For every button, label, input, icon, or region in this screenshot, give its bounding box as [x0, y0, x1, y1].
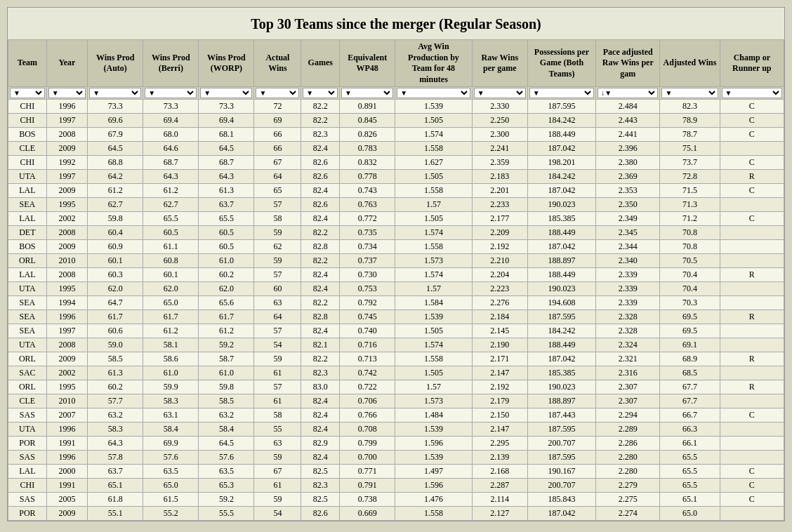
- filter-pace-select[interactable]: ↓▼: [598, 88, 658, 98]
- table-cell: 59.8: [88, 212, 143, 226]
- filter-games-select[interactable]: ▼: [303, 88, 338, 98]
- table-cell: 185.385: [527, 366, 595, 380]
- table-cell: 69.1: [660, 338, 720, 352]
- table-cell: 0.734: [340, 240, 395, 254]
- table-cell: 63.2: [88, 408, 143, 423]
- filter-poss[interactable]: ▼: [527, 87, 595, 100]
- filter-team[interactable]: ▼: [8, 87, 47, 100]
- table-cell: 2.295: [472, 437, 527, 451]
- header-row: Team Year Wins Prod (Auto) Wins Prod (Be…: [8, 40, 784, 87]
- table-cell: 62.7: [88, 198, 143, 212]
- table-cell: 1997: [46, 170, 87, 184]
- filter-rawwins[interactable]: ▼: [472, 87, 527, 100]
- filter-poss-select[interactable]: ▼: [529, 88, 594, 98]
- table-row: CHI199165.165.065.36182.30.7911.5962.287…: [8, 479, 784, 493]
- table-cell: 59: [254, 493, 301, 507]
- table-cell: 64.3: [88, 437, 143, 451]
- table-cell: 1.574: [395, 338, 473, 352]
- table-cell: 57.7: [88, 394, 143, 408]
- table-cell: 1.574: [395, 268, 473, 282]
- filter-avgwin[interactable]: ▼: [395, 87, 473, 100]
- table-cell: 1.574: [395, 128, 473, 142]
- table-row: POR199164.369.964.56382.90.7991.5962.295…: [8, 437, 784, 451]
- table-cell: 82.3: [301, 128, 340, 142]
- table-cell: 82.4: [301, 282, 340, 296]
- table-cell: 78.7: [660, 128, 720, 142]
- filter-wprod-worp[interactable]: ▼: [199, 87, 254, 100]
- filter-champ-select[interactable]: ▼: [722, 88, 782, 98]
- col-header-wins-prod-auto: Wins Prod (Auto): [88, 40, 143, 87]
- filter-avgwin-select[interactable]: ▼: [397, 88, 470, 98]
- table-cell: 64.7: [88, 296, 143, 310]
- table-cell: 65.6: [199, 296, 254, 310]
- col-header-team: Team: [8, 40, 47, 87]
- table-cell: 2005: [46, 493, 87, 507]
- table-cell: [720, 226, 784, 240]
- filter-wprod-worp-select[interactable]: ▼: [200, 88, 252, 98]
- table-cell: 1996: [46, 310, 87, 324]
- filter-champ[interactable]: ▼: [720, 87, 784, 100]
- table-cell: C: [720, 100, 784, 114]
- table-cell: 2.192: [472, 380, 527, 394]
- table-cell: SEA: [8, 324, 47, 338]
- filter-wprod-auto[interactable]: ▼: [88, 87, 143, 100]
- table-cell: 0.738: [340, 493, 395, 507]
- table-cell: 0.791: [340, 479, 395, 493]
- filter-wprod-berri-select[interactable]: ▼: [145, 88, 197, 98]
- table-cell: 185.385: [527, 212, 595, 226]
- table-cell: 0.708: [340, 423, 395, 437]
- table-cell: 57: [254, 380, 301, 394]
- table-cell: C: [720, 114, 784, 128]
- col-header-wins-prod-berri: Wins Prod (Berri): [143, 40, 199, 87]
- table-cell: 70.4: [660, 282, 720, 296]
- table-cell: R: [720, 380, 784, 394]
- table-cell: ORL: [8, 380, 47, 394]
- filter-year-select[interactable]: ▼: [48, 88, 86, 98]
- table-cell: SAS: [8, 451, 47, 465]
- table-cell: C: [720, 479, 784, 493]
- filter-adjwins[interactable]: ▼: [660, 87, 720, 100]
- table-cell: 1.505: [395, 324, 473, 338]
- table-cell: 187.042: [527, 184, 595, 198]
- table-cell: 58.3: [88, 423, 143, 437]
- col-header-games: Games: [301, 40, 340, 87]
- table-cell: 57.6: [143, 451, 199, 465]
- filter-pace[interactable]: ↓▼: [596, 87, 660, 100]
- filter-actual-select[interactable]: ▼: [256, 88, 299, 98]
- table-cell: 59.2: [199, 338, 254, 352]
- table-cell: [720, 142, 784, 156]
- table-cell: 64.6: [143, 142, 199, 156]
- table-cell: 2.316: [596, 366, 660, 380]
- table-cell: 0.716: [340, 338, 395, 352]
- table-cell: UTA: [8, 338, 47, 352]
- filter-equiv-select[interactable]: ▼: [341, 88, 393, 98]
- table-cell: 58.4: [143, 423, 199, 437]
- filter-equiv[interactable]: ▼: [340, 87, 395, 100]
- table-cell: LAL: [8, 184, 47, 198]
- table-cell: 1.505: [395, 170, 473, 184]
- table-cell: 57: [254, 324, 301, 338]
- filter-row[interactable]: ▼ ▼ ▼ ▼ ▼ ▼ ▼ ▼ ▼ ▼ ▼ ↓▼ ▼ ▼: [8, 87, 784, 100]
- table-cell: 1995: [46, 198, 87, 212]
- filter-actual[interactable]: ▼: [254, 87, 301, 100]
- table-cell: 2.183: [472, 170, 527, 184]
- filter-wprod-auto-select[interactable]: ▼: [89, 88, 141, 98]
- table-cell: 2.289: [596, 423, 660, 437]
- table-cell: 82.2: [301, 254, 340, 268]
- table-cell: 1.539: [395, 451, 473, 465]
- table-cell: 2.300: [472, 128, 527, 142]
- table-cell: 0.771: [340, 465, 395, 479]
- table-cell: 2008: [46, 338, 87, 352]
- table-cell: 73.3: [88, 100, 143, 114]
- filter-wprod-berri[interactable]: ▼: [143, 87, 199, 100]
- filter-rawwins-select[interactable]: ▼: [474, 88, 526, 98]
- table-row: DET200860.460.560.55982.20.7351.5742.209…: [8, 226, 784, 240]
- table-cell: LAL: [8, 212, 47, 226]
- filter-year[interactable]: ▼: [46, 87, 87, 100]
- filter-team-select[interactable]: ▼: [10, 88, 45, 98]
- table-cell: 60.2: [88, 380, 143, 394]
- filter-games[interactable]: ▼: [301, 87, 340, 100]
- filter-adjwins-select[interactable]: ▼: [661, 88, 718, 98]
- table-cell: 68.7: [143, 156, 199, 170]
- table-cell: 1.57: [395, 380, 473, 394]
